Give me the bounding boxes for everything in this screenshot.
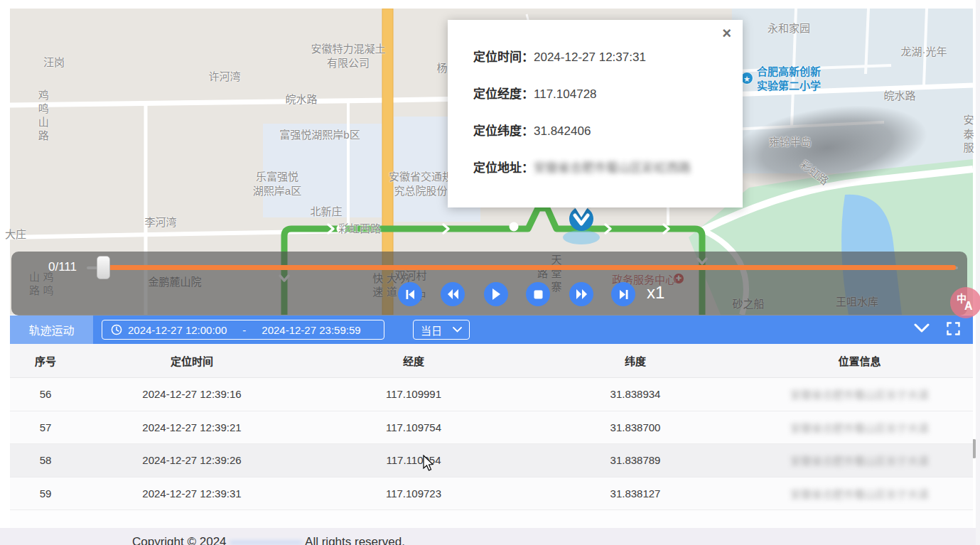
cell-time: 2024-12-27 12:39:21 <box>81 421 303 433</box>
copyright-prefix: Copyright © 2024 <box>132 535 227 545</box>
table-partial-row <box>10 510 973 528</box>
fast-forward-button[interactable] <box>569 282 593 306</box>
popup-address-label: 定位地址： <box>473 161 534 175</box>
popup-latitude-value: 31.842406 <box>534 124 591 138</box>
skip-end-button[interactable] <box>611 282 635 306</box>
fullscreen-button[interactable] <box>947 322 960 338</box>
col-header-no: 序号 <box>10 353 81 368</box>
popup-row-latitude: 定位纬度：31.842406 <box>473 121 728 139</box>
copyright-text: Copyright © 2024 —————— All rights reser… <box>132 535 405 545</box>
cell-lat: 31.838700 <box>524 421 746 433</box>
cell-lat: 31.838789 <box>524 454 746 466</box>
cell-lng: 117.109754 <box>303 421 524 433</box>
date-end: 2024-12-27 23:59:59 <box>262 324 360 336</box>
table-row[interactable]: 562024-12-27 12:39:16117.10999131.838934… <box>10 378 973 411</box>
chevron-down-icon <box>453 327 462 333</box>
popup-row-time: 定位时间：2024-12-27 12:37:31 <box>473 47 728 65</box>
cell-lng: 117.109723 <box>303 487 524 500</box>
stop-button[interactable] <box>526 282 550 306</box>
cell-time: 2024-12-27 12:39:31 <box>81 487 303 500</box>
route-point <box>510 222 519 232</box>
table-header-row: 序号 定位时间 经度 纬度 位置信息 <box>10 344 973 378</box>
collapse-panel-button[interactable] <box>914 323 930 335</box>
play-button[interactable] <box>484 282 508 306</box>
cell-addr: 安徽省合肥市蜀山区长宁大道 <box>746 453 973 468</box>
cell-no: 58 <box>10 454 81 466</box>
progress-counter: 0/111 <box>48 260 77 274</box>
cell-lat: 31.838127 <box>524 487 746 500</box>
window-edge-strip <box>976 0 980 545</box>
translate-en-glyph: A <box>964 300 973 313</box>
date-start: 2024-12-27 12:00:00 <box>128 324 227 336</box>
date-range-picker[interactable]: 2024-12-27 12:00:00 - 2024-12-27 23:59:5… <box>102 320 384 340</box>
fullscreen-icon <box>947 322 960 335</box>
location-info-popup: × 定位时间：2024-12-27 12:37:31 定位经度：117.1047… <box>448 20 743 207</box>
cell-addr: 安徽省合肥市蜀山区长宁大道 <box>746 387 973 401</box>
col-header-time: 定位时间 <box>81 353 303 368</box>
translate-widget-icon[interactable]: 中 A <box>950 287 980 318</box>
table-row[interactable]: 572024-12-27 12:39:21117.10975431.838700… <box>10 411 973 445</box>
trajectory-toolbar: 轨迹运动 2024-12-27 12:00:00 - 2024-12-27 23… <box>10 315 973 344</box>
rewind-button[interactable] <box>441 282 465 306</box>
tab-trajectory-motion[interactable]: 轨迹运动 <box>10 315 93 344</box>
cell-addr: 安徽省合肥市蜀山区长宁大道 <box>746 486 973 501</box>
popup-row-address: 定位地址：安徽省合肥市蜀山区彩虹西路 <box>473 158 728 176</box>
progress-slider-track[interactable] <box>107 265 956 270</box>
cell-no: 56 <box>10 388 81 400</box>
copyright-link[interactable]: —————— <box>230 535 302 545</box>
cell-addr: 安徽省合肥市蜀山区长宁大道 <box>746 420 973 435</box>
cell-time: 2024-12-27 12:39:26 <box>81 454 303 466</box>
playback-control-bar: 0/111 x1 <box>11 252 967 315</box>
col-header-latitude: 纬度 <box>524 353 746 368</box>
cell-lat: 31.838934 <box>524 388 746 400</box>
table-row[interactable]: 582024-12-27 12:39:26117.11005431.838789… <box>10 444 973 477</box>
track-points-table: 序号 定位时间 经度 纬度 位置信息 562024-12-27 12:39:16… <box>10 344 973 528</box>
popup-latitude-label: 定位纬度： <box>473 124 534 138</box>
popup-longitude-label: 定位经度： <box>473 87 534 101</box>
cell-lng: 117.110054 <box>303 454 524 466</box>
range-preset-select[interactable]: 当日 <box>413 320 470 340</box>
page-footer: Copyright © 2024 —————— All rights reser… <box>0 528 980 545</box>
col-header-longitude: 经度 <box>303 353 524 368</box>
cell-no: 59 <box>10 487 81 500</box>
table-row[interactable]: 592024-12-27 12:39:31117.10972331.838127… <box>10 477 973 511</box>
skip-start-button[interactable] <box>398 282 422 306</box>
popup-time-label: 定位时间： <box>473 50 534 64</box>
cell-no: 57 <box>10 421 81 433</box>
cell-lng: 117.109991 <box>303 388 524 400</box>
popup-address-value: 安徽省合肥市蜀山区彩虹西路 <box>534 161 691 175</box>
playback-speed[interactable]: x1 <box>647 283 664 303</box>
popup-row-longitude: 定位经度：117.104728 <box>473 84 728 102</box>
popup-time-value: 2024-12-27 12:37:31 <box>534 50 646 64</box>
col-header-location: 位置信息 <box>746 353 973 368</box>
progress-slider-handle[interactable] <box>97 256 110 279</box>
cell-time: 2024-12-27 12:39:16 <box>81 388 303 400</box>
table-body: 562024-12-27 12:39:16117.10999131.838934… <box>10 378 973 510</box>
date-separator: - <box>242 324 246 336</box>
range-preset-value: 当日 <box>421 323 442 338</box>
clock-icon <box>111 324 122 335</box>
popup-longitude-value: 117.104728 <box>534 87 597 101</box>
copyright-suffix: All rights reserved. <box>305 535 405 545</box>
close-icon[interactable]: × <box>722 26 731 41</box>
chevron-down-icon <box>914 323 930 333</box>
route-point <box>337 225 346 234</box>
